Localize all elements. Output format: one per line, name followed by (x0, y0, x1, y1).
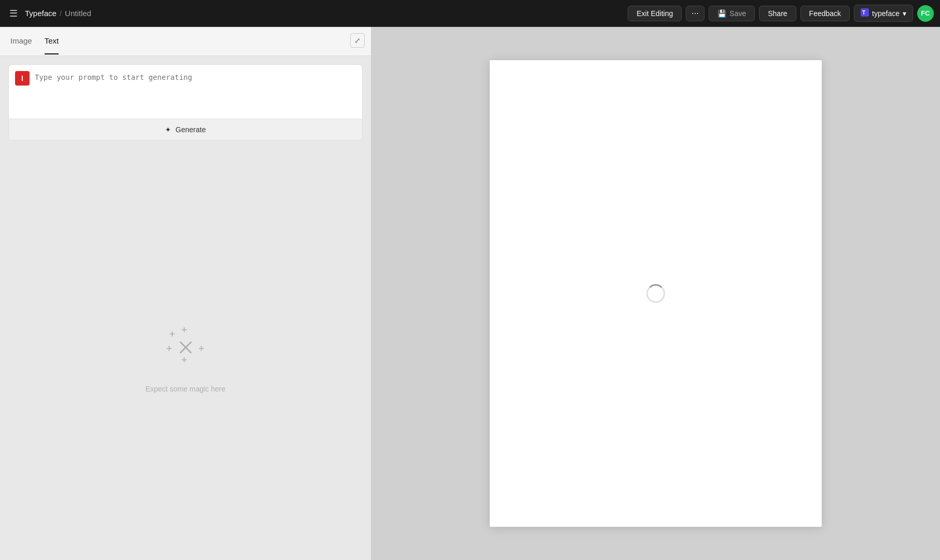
canvas-document[interactable] (490, 60, 822, 527)
menu-icon: ☰ (9, 8, 18, 19)
panel-header: Image Text ⤢ (0, 27, 371, 56)
right-panel (371, 27, 940, 560)
share-button[interactable]: Share (759, 6, 796, 21)
feedback-button[interactable]: Feedback (800, 6, 850, 21)
main-content: Image Text ⤢ I ✦ Generate (0, 27, 940, 560)
save-disk-icon: 💾 (717, 9, 726, 18)
save-label: Save (729, 9, 746, 18)
loading-spinner (646, 284, 665, 303)
generate-sparkle-icon: ✦ (165, 125, 171, 134)
generate-button[interactable]: ✦ Generate (9, 119, 362, 140)
topbar: ☰ Typeface / Untitled Exit Editing ⋯ 💾 S… (0, 0, 940, 27)
typeface-account-button[interactable]: T typeface ▾ (854, 5, 913, 22)
expand-panel-button[interactable]: ⤢ (350, 33, 365, 48)
magic-sparkle-graphic (155, 316, 217, 379)
typeface-logo-icon: T (861, 8, 869, 18)
exit-editing-button[interactable]: Exit Editing (628, 6, 682, 21)
chevron-down-icon: ▾ (903, 9, 906, 18)
prompt-brand-icon: I (15, 71, 30, 86)
tab-image[interactable]: Image (10, 28, 32, 54)
prompt-input[interactable] (35, 71, 356, 113)
sparkle-svg (155, 316, 217, 379)
menu-button[interactable]: ☰ (6, 6, 21, 21)
save-button[interactable]: 💾 Save (709, 6, 755, 21)
breadcrumb-separator: / (60, 9, 62, 18)
more-options-button[interactable]: ⋯ (686, 6, 704, 21)
breadcrumb-brand: Typeface (25, 9, 57, 18)
magic-placeholder-text: Expect some magic here (145, 385, 225, 393)
expand-icon: ⤢ (354, 36, 361, 45)
generate-label: Generate (175, 125, 205, 134)
svg-text:T: T (862, 10, 865, 16)
topbar-right: Exit Editing ⋯ 💾 Save Share Feedback T t… (628, 5, 934, 22)
prompt-area: I ✦ Generate (8, 64, 363, 141)
breadcrumb: Typeface / Untitled (25, 9, 91, 18)
topbar-left: ☰ Typeface / Untitled (6, 6, 624, 21)
more-dots-icon: ⋯ (692, 9, 699, 18)
prompt-inner: I (9, 65, 362, 119)
tab-text[interactable]: Text (45, 28, 59, 54)
typeface-account-label: typeface (872, 9, 900, 18)
magic-empty-state: Expect some magic here (0, 149, 371, 560)
breadcrumb-page[interactable]: Untitled (65, 9, 91, 18)
user-avatar-button[interactable]: FC (917, 5, 934, 22)
left-panel: Image Text ⤢ I ✦ Generate (0, 27, 371, 560)
